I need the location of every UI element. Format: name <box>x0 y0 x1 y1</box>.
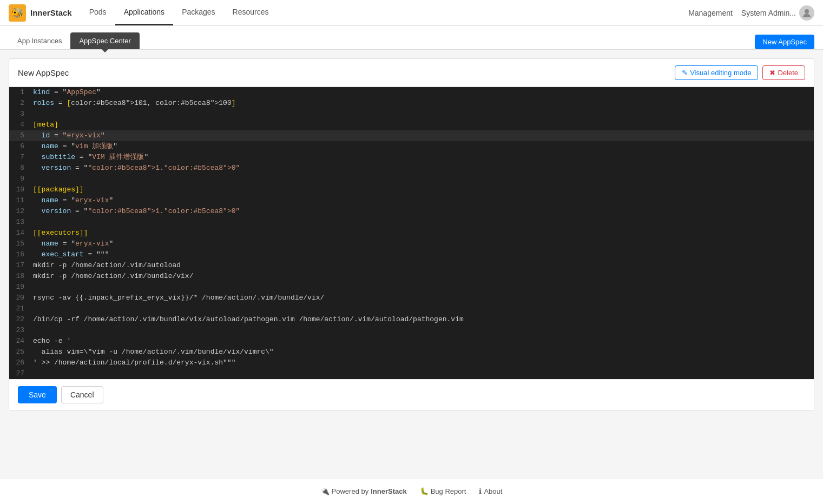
line-content: echo -e ' <box>31 336 814 347</box>
svg-text:🐝: 🐝 <box>11 7 24 19</box>
page-footer: 🔌 Powered by InnerStack 🐛 Bug Report ℹ A… <box>0 478 823 504</box>
main-nav: Pods Applications Packages Resources <box>81 0 278 25</box>
card-title: New AppSpec <box>18 68 69 77</box>
line-content <box>31 109 814 120</box>
line-number: 27 <box>9 368 31 379</box>
code-line: 11 name = "eryx-vix" <box>9 195 814 206</box>
code-line: 6 name = "vim 加强版" <box>9 141 814 152</box>
nav-applications[interactable]: Applications <box>115 0 174 25</box>
line-number: 15 <box>9 238 31 249</box>
code-line: 19 <box>9 282 814 293</box>
code-line: 10[[packages]] <box>9 184 814 195</box>
line-number: 3 <box>9 109 31 120</box>
visual-editing-button[interactable]: ✎ Visual editing mode <box>675 65 758 80</box>
code-line: 18mkdir -p /home/action/.vim/bundle/vix/ <box>9 271 814 282</box>
code-line: 17mkdir -p /home/action/.vim/autoload <box>9 260 814 271</box>
line-content: mkdir -p /home/action/.vim/autoload <box>31 260 814 271</box>
bug-report-link[interactable]: 🐛 Bug Report <box>420 487 466 495</box>
header-right: Management System Admin... <box>688 5 814 21</box>
footer-actions: Save Cancel <box>9 379 814 410</box>
appspec-card: New AppSpec ✎ Visual editing mode ✖ Dele… <box>9 58 814 410</box>
line-content: name = "eryx-vix" <box>31 238 814 249</box>
line-content: name = "vim 加强版" <box>31 141 814 152</box>
code-editor[interactable]: 1kind = "AppSpec"2roles = [color:#b5cea8… <box>9 87 814 379</box>
management-link[interactable]: Management <box>688 9 733 17</box>
line-content <box>31 217 814 228</box>
code-line: 20rsync -av {{.inpack_prefix_eryx_vix}}/… <box>9 293 814 303</box>
cancel-button[interactable]: Cancel <box>61 386 103 403</box>
code-line: 27 <box>9 368 814 379</box>
line-number: 1 <box>9 87 31 98</box>
card-actions: ✎ Visual editing mode ✖ Delete <box>675 65 805 80</box>
code-line: 15 name = "eryx-vix" <box>9 238 814 249</box>
code-line: 14[[executors]] <box>9 228 814 238</box>
line-content: kind = "AppSpec" <box>31 87 814 98</box>
line-number: 11 <box>9 195 31 206</box>
nav-resources[interactable]: Resources <box>224 0 278 25</box>
line-number: 20 <box>9 293 31 303</box>
line-number: 10 <box>9 184 31 195</box>
line-content: [[executors]] <box>31 228 814 238</box>
code-line: 5 id = "eryx-vix" <box>9 130 814 141</box>
line-number: 22 <box>9 314 31 325</box>
user-name: System Admin... <box>741 9 796 17</box>
nav-pods[interactable]: Pods <box>81 0 115 25</box>
card-header: New AppSpec ✎ Visual editing mode ✖ Dele… <box>9 59 814 87</box>
code-line: 2roles = [color:#b5cea8">101, color:#b5c… <box>9 98 814 109</box>
line-number: 6 <box>9 141 31 152</box>
edit-icon: ✎ <box>682 69 688 77</box>
line-content: exec_start = """ <box>31 249 814 260</box>
line-content <box>31 368 814 379</box>
line-number: 24 <box>9 336 31 347</box>
code-line: 7 subtitle = "VIM 插件增强版" <box>9 152 814 163</box>
code-line: 3 <box>9 109 814 120</box>
code-line: 21 <box>9 303 814 314</box>
line-number: 25 <box>9 347 31 357</box>
line-content <box>31 325 814 336</box>
line-number: 23 <box>9 325 31 336</box>
code-line: 26' >> /home/action/local/profile.d/eryx… <box>9 357 814 368</box>
code-line: 24echo -e ' <box>9 336 814 347</box>
line-number: 26 <box>9 357 31 368</box>
line-number: 17 <box>9 260 31 271</box>
line-content: alias vim=\"vim -u /home/action/.vim/bun… <box>31 347 814 357</box>
powered-by: 🔌 Powered by InnerStack <box>321 487 407 495</box>
code-line: 1kind = "AppSpec" <box>9 87 814 98</box>
delete-button[interactable]: ✖ Delete <box>762 65 805 80</box>
line-number: 7 <box>9 152 31 163</box>
sub-header: App Instances AppSpec Center New AppSpec <box>0 26 823 50</box>
delete-label: Delete <box>778 69 798 77</box>
header: 🐝 InnerStack Pods Applications Packages … <box>0 0 823 26</box>
save-button[interactable]: Save <box>18 386 57 403</box>
svg-point-2 <box>805 9 809 14</box>
line-content: name = "eryx-vix" <box>31 195 814 206</box>
line-number: 16 <box>9 249 31 260</box>
code-line: 22/bin/cp -rf /home/action/.vim/bundle/v… <box>9 314 814 325</box>
code-line: 13 <box>9 217 814 228</box>
line-number: 4 <box>9 120 31 130</box>
logo: 🐝 <box>9 4 26 22</box>
delete-icon: ✖ <box>769 69 775 77</box>
line-number: 14 <box>9 228 31 238</box>
line-number: 12 <box>9 206 31 217</box>
line-content <box>31 282 814 293</box>
nav-packages[interactable]: Packages <box>173 0 223 25</box>
user-info[interactable]: System Admin... <box>741 5 814 21</box>
code-line: 8 version = ""color:#b5cea8">1."color:#b… <box>9 163 814 174</box>
code-line: 9 <box>9 174 814 184</box>
line-content: mkdir -p /home/action/.vim/bundle/vix/ <box>31 271 814 282</box>
line-number: 21 <box>9 303 31 314</box>
tab-appspec-center[interactable]: AppSpec Center <box>70 32 139 49</box>
new-appspec-button[interactable]: New AppSpec <box>755 35 814 49</box>
line-number: 2 <box>9 98 31 109</box>
about-link[interactable]: ℹ About <box>479 487 502 495</box>
code-line: 12 version = ""color:#b5cea8">1."color:#… <box>9 206 814 217</box>
line-content: version = ""color:#b5cea8">1."color:#b5c… <box>31 206 814 217</box>
brand-name: InnerStack <box>371 487 406 495</box>
app-name: InnerStack <box>30 8 72 17</box>
line-content: roles = [color:#b5cea8">101, color:#b5ce… <box>31 98 814 109</box>
line-content: rsync -av {{.inpack_prefix_eryx_vix}}/* … <box>31 293 814 303</box>
main-content: New AppSpec ✎ Visual editing mode ✖ Dele… <box>0 50 823 478</box>
tab-app-instances[interactable]: App Instances <box>9 32 70 49</box>
line-content: version = ""color:#b5cea8">1."color:#b5c… <box>31 163 814 174</box>
